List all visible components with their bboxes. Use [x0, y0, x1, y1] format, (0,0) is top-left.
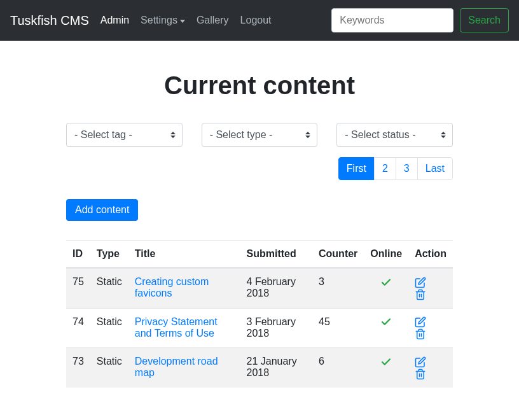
cell-type: Static	[90, 268, 128, 308]
chevron-down-icon	[180, 20, 185, 23]
page-2[interactable]: 2	[374, 157, 396, 180]
search-button[interactable]: Search	[460, 8, 509, 32]
status-select[interactable]: - Select status -	[336, 123, 453, 147]
cell-online	[364, 348, 408, 388]
trash-icon[interactable]	[415, 368, 426, 379]
trash-icon[interactable]	[415, 288, 426, 299]
title-link[interactable]: Development road map	[135, 356, 218, 378]
nav-gallery[interactable]: Gallery	[197, 15, 229, 26]
edit-icon[interactable]	[415, 316, 426, 327]
filters: - Select tag - - Select type - - Select …	[66, 123, 453, 147]
col-online: Online	[364, 241, 408, 269]
navbar: Tuskfish CMS Admin Settings Gallery Logo…	[0, 0, 519, 41]
type-select[interactable]: - Select type -	[202, 123, 318, 147]
cell-type: Static	[90, 348, 128, 388]
add-content-button[interactable]: Add content	[66, 199, 138, 221]
edit-icon[interactable]	[415, 356, 426, 367]
table-row: 73StaticDevelopment road map21 January 2…	[66, 348, 453, 388]
cell-type: Static	[90, 308, 128, 348]
title-link[interactable]: Privacy Statement and Terms of Use	[135, 316, 218, 339]
cell-submitted: 3 February 2018	[240, 308, 312, 348]
nav-admin[interactable]: Admin	[100, 15, 129, 26]
col-submitted: Submitted	[240, 241, 312, 269]
page-first[interactable]: First	[338, 157, 375, 180]
cell-id: 74	[66, 308, 90, 348]
col-title: Title	[128, 241, 240, 269]
table-row: 74StaticPrivacy Statement and Terms of U…	[66, 308, 453, 348]
check-icon[interactable]	[380, 316, 392, 327]
tag-select[interactable]: - Select tag -	[66, 123, 183, 147]
page-3[interactable]: 3	[396, 157, 418, 180]
tag-select-label: - Select tag -	[74, 129, 132, 141]
cell-title: Development road map	[128, 348, 240, 388]
page-title: Current content	[66, 71, 453, 100]
check-icon[interactable]	[380, 276, 392, 287]
check-icon[interactable]	[380, 356, 392, 367]
sort-icon	[170, 132, 176, 138]
cell-online	[364, 308, 408, 348]
cell-title: Creating custom favicons	[128, 268, 240, 308]
sort-icon	[305, 132, 310, 138]
cell-action	[408, 268, 453, 308]
cell-action	[408, 348, 453, 388]
cell-submitted: 21 January 2018	[240, 348, 312, 388]
search-form: Search	[331, 8, 509, 32]
nav-settings-label: Settings	[141, 15, 177, 26]
search-input[interactable]	[331, 8, 453, 32]
brand: Tuskfish CMS	[10, 13, 89, 28]
nav-links: Admin Settings Gallery Logout	[100, 15, 332, 26]
col-counter: Counter	[312, 241, 364, 269]
page-last[interactable]: Last	[417, 157, 453, 180]
cell-id: 75	[66, 268, 90, 308]
cell-title: Privacy Statement and Terms of Use	[128, 308, 240, 348]
cell-action	[408, 308, 453, 348]
nav-logout[interactable]: Logout	[240, 15, 272, 26]
type-select-label: - Select type -	[210, 129, 273, 141]
edit-icon[interactable]	[415, 276, 426, 287]
cell-id: 73	[66, 348, 90, 388]
col-action: Action	[408, 241, 453, 269]
cell-counter: 45	[312, 308, 364, 348]
col-id: ID	[66, 241, 90, 269]
trash-icon[interactable]	[415, 328, 426, 339]
cell-submitted: 4 February 2018	[240, 268, 312, 308]
table-row: 75StaticCreating custom favicons4 Februa…	[66, 268, 453, 308]
status-select-label: - Select status -	[345, 129, 415, 141]
sort-icon	[441, 132, 446, 138]
pagination: First 2 3 Last	[66, 157, 453, 180]
cell-online	[364, 268, 408, 308]
cell-counter: 3	[312, 268, 364, 308]
content-table: ID Type Title Submitted Counter Online A…	[66, 240, 453, 388]
col-type: Type	[90, 241, 128, 269]
title-link[interactable]: Creating custom favicons	[135, 276, 209, 298]
nav-settings[interactable]: Settings	[141, 15, 185, 26]
cell-counter: 6	[312, 348, 364, 388]
